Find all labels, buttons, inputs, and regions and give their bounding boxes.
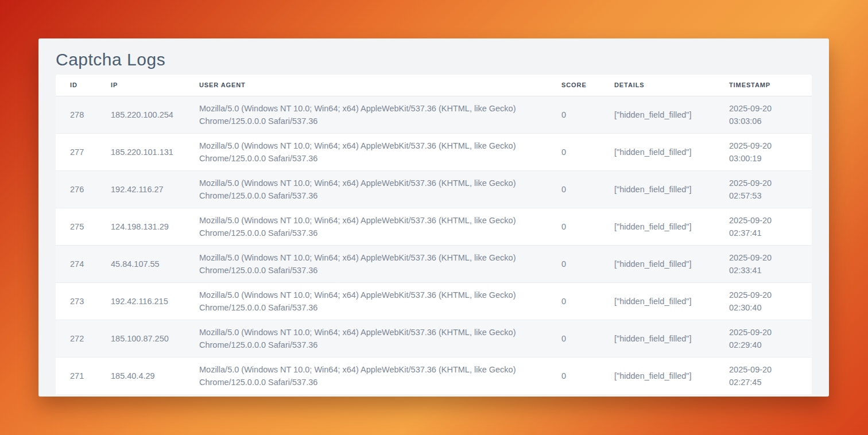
cell-details: ["hidden_field_filled"] <box>614 282 729 320</box>
column-header-ip: IP <box>111 75 199 96</box>
cell-details: ["hidden_field_filled"] <box>614 133 729 170</box>
cell-ip: 185.220.100.254 <box>111 96 199 133</box>
cell-details: ["hidden_field_filled"] <box>614 245 729 282</box>
cell-user-agent: Mozilla/5.0 (Windows NT 10.0; Win64; x64… <box>199 170 561 208</box>
cell-id: 272 <box>56 320 111 357</box>
cell-details: ["hidden_field_filled"] <box>614 357 729 394</box>
cell-id: 278 <box>56 96 111 133</box>
cell-timestamp: 2025-09-20 02:29:40 <box>729 320 812 357</box>
table-body: 278 185.220.100.254 Mozilla/5.0 (Windows… <box>56 96 812 394</box>
cell-user-agent: Mozilla/5.0 (Windows NT 10.0; Win64; x64… <box>199 208 561 245</box>
cell-details: ["hidden_field_filled"] <box>614 170 729 208</box>
cell-details: ["hidden_field_filled"] <box>614 320 729 357</box>
cell-score: 0 <box>561 96 614 133</box>
captcha-logs-card: Captcha Logs ID IP USER AGENT SCORE DETA… <box>38 38 829 397</box>
table-row: 275 124.198.131.29 Mozilla/5.0 (Windows … <box>56 208 812 245</box>
cell-ip: 185.220.101.131 <box>111 133 199 170</box>
cell-ip: 185.100.87.250 <box>111 320 199 357</box>
table-row: 272 185.100.87.250 Mozilla/5.0 (Windows … <box>56 320 812 357</box>
cell-timestamp: 2025-09-20 02:57:53 <box>729 170 812 208</box>
cell-id: 275 <box>56 208 111 245</box>
cell-timestamp: 2025-09-20 02:33:41 <box>729 245 812 282</box>
cell-user-agent: Mozilla/5.0 (Windows NT 10.0; Win64; x64… <box>199 245 561 282</box>
cell-timestamp: 2025-09-20 02:37:41 <box>729 208 812 245</box>
cell-user-agent: Mozilla/5.0 (Windows NT 10.0; Win64; x64… <box>199 357 561 394</box>
column-header-details: DETAILS <box>614 75 729 96</box>
cell-timestamp: 2025-09-20 02:30:40 <box>729 282 812 320</box>
column-header-id: ID <box>56 75 111 96</box>
page-title: Captcha Logs <box>56 48 812 71</box>
cell-id: 277 <box>56 133 111 170</box>
cell-user-agent: Mozilla/5.0 (Windows NT 10.0; Win64; x64… <box>199 133 561 170</box>
cell-score: 0 <box>561 208 614 245</box>
column-header-user-agent: USER AGENT <box>199 75 561 96</box>
cell-id: 274 <box>56 245 111 282</box>
cell-id: 276 <box>56 170 111 208</box>
cell-id: 273 <box>56 282 111 320</box>
cell-timestamp: 2025-09-20 03:03:06 <box>729 96 812 133</box>
cell-user-agent: Mozilla/5.0 (Windows NT 10.0; Win64; x64… <box>199 96 561 133</box>
cell-details: ["hidden_field_filled"] <box>614 208 729 245</box>
cell-ip: 185.40.4.29 <box>111 357 199 394</box>
table-row: 271 185.40.4.29 Mozilla/5.0 (Windows NT … <box>56 357 812 394</box>
cell-ip: 192.42.116.215 <box>111 282 199 320</box>
logs-table: ID IP USER AGENT SCORE DETAILS TIMESTAMP… <box>56 75 812 394</box>
table-row: 276 192.42.116.27 Mozilla/5.0 (Windows N… <box>56 170 812 208</box>
table-row: 278 185.220.100.254 Mozilla/5.0 (Windows… <box>56 96 812 133</box>
cell-user-agent: Mozilla/5.0 (Windows NT 10.0; Win64; x64… <box>199 320 561 357</box>
cell-user-agent: Mozilla/5.0 (Windows NT 10.0; Win64; x64… <box>199 282 561 320</box>
cell-score: 0 <box>561 245 614 282</box>
cell-score: 0 <box>561 282 614 320</box>
cell-id: 271 <box>56 357 111 394</box>
cell-ip: 124.198.131.29 <box>111 208 199 245</box>
cell-timestamp: 2025-09-20 02:27:45 <box>729 357 812 394</box>
logs-table-container: ID IP USER AGENT SCORE DETAILS TIMESTAMP… <box>56 75 812 394</box>
table-row: 277 185.220.101.131 Mozilla/5.0 (Windows… <box>56 133 812 170</box>
cell-ip: 45.84.107.55 <box>111 245 199 282</box>
cell-details: ["hidden_field_filled"] <box>614 96 729 133</box>
cell-score: 0 <box>561 133 614 170</box>
table-header-row: ID IP USER AGENT SCORE DETAILS TIMESTAMP <box>56 75 812 96</box>
cell-score: 0 <box>561 320 614 357</box>
column-header-timestamp: TIMESTAMP <box>729 75 812 96</box>
table-header: ID IP USER AGENT SCORE DETAILS TIMESTAMP <box>56 75 812 96</box>
column-header-score: SCORE <box>561 75 614 96</box>
cell-score: 0 <box>561 357 614 394</box>
table-row: 274 45.84.107.55 Mozilla/5.0 (Windows NT… <box>56 245 812 282</box>
cell-ip: 192.42.116.27 <box>111 170 199 208</box>
table-row: 273 192.42.116.215 Mozilla/5.0 (Windows … <box>56 282 812 320</box>
cell-timestamp: 2025-09-20 03:00:19 <box>729 133 812 170</box>
cell-score: 0 <box>561 170 614 208</box>
